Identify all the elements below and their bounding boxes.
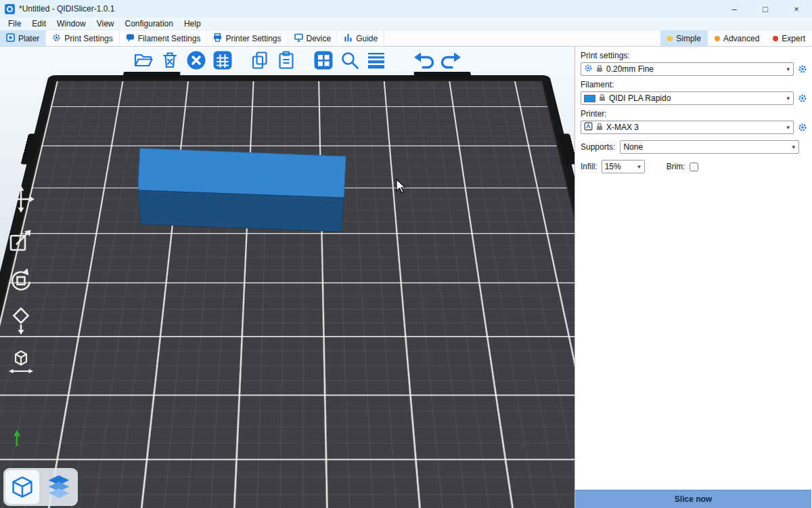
mode-advanced[interactable]: Advanced	[708, 30, 766, 46]
measure-icon[interactable]	[6, 347, 36, 377]
paste-icon[interactable]	[275, 49, 297, 71]
menu-help[interactable]: Help	[179, 19, 206, 28]
bed-clip	[122, 72, 180, 79]
tab-plater[interactable]: Plater	[0, 30, 46, 46]
simple-mode-dot-icon	[667, 36, 673, 41]
menu-edit[interactable]: Edit	[26, 19, 51, 28]
chevron-down-icon: ▾	[785, 124, 791, 131]
copy-icon[interactable]	[249, 49, 271, 71]
menu-view[interactable]: View	[91, 19, 120, 28]
tab-guide[interactable]: Guide	[338, 30, 384, 46]
open-file-icon[interactable]	[133, 49, 154, 71]
filament-icon	[126, 33, 135, 44]
gear-icon	[584, 64, 593, 75]
printer-label: Printer:	[575, 105, 811, 121]
slice-now-button[interactable]: Slice now	[575, 490, 811, 508]
mode-label: Advanced	[723, 34, 759, 43]
app-icon	[5, 4, 15, 14]
chevron-down-icon: ▾	[790, 144, 796, 150]
guide-icon	[344, 33, 353, 44]
preview-layers-view-button[interactable]	[42, 470, 76, 504]
print-bed-plate	[0, 81, 575, 508]
supports-value: None	[623, 142, 787, 152]
brim-checkbox[interactable]	[690, 163, 698, 171]
tab-label: Guide	[356, 34, 378, 43]
infill-label: Infill:	[581, 162, 597, 171]
lock-icon	[596, 123, 603, 133]
undo-icon[interactable]	[413, 49, 435, 71]
print-settings-label: Print settings:	[575, 47, 811, 62]
printer-value: X-MAX 3	[606, 123, 782, 132]
filament-dropdown[interactable]: QIDI PLA Rapido ▾	[581, 91, 794, 105]
menu-configuration[interactable]: Configuration	[120, 19, 179, 28]
tab-filament-settings[interactable]: Filament Settings	[120, 30, 208, 46]
chevron-down-icon: ▾	[785, 95, 791, 102]
tab-label: Plater	[18, 34, 39, 43]
mode-switcher: Simple Advanced Expert	[660, 30, 812, 46]
tab-label: Device	[307, 34, 332, 43]
arrange-icon[interactable]	[212, 49, 233, 71]
brim-label: Brim:	[667, 162, 685, 171]
3d-viewport[interactable]	[0, 47, 575, 508]
tab-label: Filament Settings	[138, 34, 201, 43]
bed-clip	[413, 72, 471, 79]
tab-bar: Plater Print Settings Filament Settings …	[0, 30, 812, 47]
mode-simple[interactable]: Simple	[660, 30, 708, 46]
delete-all-icon[interactable]	[185, 49, 207, 71]
close-button[interactable]: ×	[781, 0, 812, 18]
print-settings-dropdown[interactable]: 0.20mm Fine ▾	[581, 62, 794, 76]
tab-label: Printer Settings	[225, 34, 281, 43]
advanced-mode-dot-icon	[715, 36, 720, 41]
move-icon[interactable]	[6, 184, 36, 214]
print-bed-frame	[0, 75, 575, 508]
view-switch	[3, 468, 78, 506]
gizmo-toolbar	[6, 184, 36, 377]
supports-label: Supports:	[581, 142, 615, 152]
editor-3d-view-button[interactable]	[5, 470, 39, 504]
tab-label: Print Settings	[64, 34, 112, 43]
scale-icon[interactable]	[6, 225, 36, 255]
filament-label: Filament:	[575, 76, 811, 91]
infill-dropdown[interactable]: 15% ▾	[602, 160, 645, 173]
maximize-button[interactable]: □	[750, 0, 781, 18]
menu-file[interactable]: File	[3, 19, 26, 28]
filament-color-swatch	[584, 95, 595, 102]
supports-dropdown[interactable]: None ▾	[620, 140, 799, 154]
window-title: *Untitled - QIDISlicer-1.0.1	[19, 4, 114, 14]
delete-icon[interactable]	[159, 49, 181, 71]
chevron-down-icon: ▾	[636, 163, 642, 170]
filament-gear-button[interactable]	[797, 93, 808, 103]
chevron-down-icon: ▾	[785, 66, 791, 72]
settings-panel: Print settings: 0.20mm Fine ▾ Filament: …	[575, 47, 811, 508]
print-settings-gear-button[interactable]	[797, 64, 808, 74]
rotate-icon[interactable]	[6, 266, 36, 295]
title-bar: *Untitled - QIDISlicer-1.0.1 – □ ×	[0, 0, 812, 18]
printer-dropdown[interactable]: X-MAX 3 ▾	[581, 121, 794, 134]
mode-label: Simple	[676, 34, 701, 43]
panel-spacer	[575, 173, 811, 490]
place-on-face-icon[interactable]	[6, 306, 36, 336]
filament-value: QIDI PLA Rapido	[609, 93, 782, 103]
mode-expert[interactable]: Expert	[766, 30, 812, 46]
menu-window[interactable]: Window	[51, 19, 91, 28]
infill-value: 15%	[605, 162, 633, 171]
lock-icon	[599, 93, 606, 104]
device-monitor-icon	[294, 33, 303, 44]
printer-icon	[213, 33, 222, 44]
printer-gear-button[interactable]	[797, 123, 808, 132]
menu-bar: File Edit Window View Configuration Help	[0, 18, 812, 30]
tab-printer-settings[interactable]: Printer Settings	[207, 30, 288, 46]
tab-device[interactable]: Device	[288, 30, 338, 46]
plater-icon	[6, 33, 15, 44]
window-controls: – □ ×	[719, 0, 812, 18]
minimize-button[interactable]: –	[719, 0, 750, 18]
print-settings-value: 0.20mm Fine	[606, 64, 782, 74]
tab-print-settings[interactable]: Print Settings	[46, 30, 119, 46]
lock-icon	[596, 64, 603, 75]
instances-icon[interactable]	[313, 49, 334, 71]
variable-layer-height-icon[interactable]	[365, 49, 387, 71]
mode-label: Expert	[782, 34, 805, 43]
search-icon[interactable]	[339, 49, 361, 71]
redo-icon[interactable]	[440, 49, 461, 71]
plater-toolbar	[133, 49, 461, 71]
